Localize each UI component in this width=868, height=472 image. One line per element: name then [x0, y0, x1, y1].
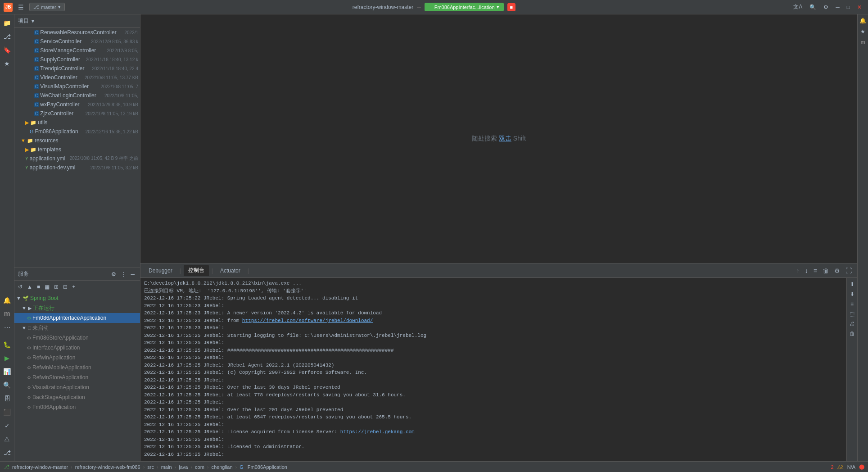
tree-item-templates[interactable]: ▶ 📁 templates [14, 145, 140, 154]
tree-meta: 2022/10/8 11:05, 13.19 kB [86, 111, 138, 116]
tree-item-wxpaycontroller[interactable]: C wxPayController 2022/10/29 8:38, 10.9 … [14, 100, 140, 109]
stop-button[interactable]: ■ [507, 3, 516, 11]
tree-item-supplycontroller[interactable]: C SupplyController 2022/11/18 18:40, 13.… [14, 55, 140, 64]
sidebar-icon-problems[interactable]: ⚠ [1, 433, 14, 445]
svc-item-refwinstore[interactable]: ⚙ RefwinStoreApplication [14, 372, 140, 382]
svc-item-visualization[interactable]: ⚙ VisualizationApplication [14, 382, 140, 392]
run-all-btn[interactable]: ▲ [25, 283, 34, 291]
tree-item-utils[interactable]: ▶ 📁 utils [14, 118, 140, 127]
right-icon-m[interactable]: m [859, 38, 868, 47]
svc-item-fm086store[interactable]: ⚙ Fm086StoreApplication [14, 333, 140, 343]
sidebar-icon-bookmark[interactable]: ★ [1, 57, 14, 70]
settings-btn[interactable]: ⚙ [832, 266, 842, 275]
svc-item-refwin[interactable]: ⚙ RefwinApplication [14, 353, 140, 363]
clear-btn[interactable]: 🗑 [821, 266, 831, 275]
svc-label: RefwinStoreApplication [32, 374, 138, 381]
svc-item-backstage[interactable]: ⚙ BackStageApplication [14, 392, 140, 402]
maximize-btn[interactable]: ⛶ [844, 266, 854, 275]
tree-item-videocontroller[interactable]: C VideoController 2022/10/8 11:05, 13.77… [14, 73, 140, 82]
tree-item-application-yml[interactable]: Y application.yml 2022/10/8 11:05, 42 B … [14, 154, 140, 163]
sidebar-icon-terminal[interactable]: ⬛ [1, 406, 14, 418]
more-btn[interactable]: ⋮ [119, 270, 128, 278]
tab-actuator[interactable]: Actuator [216, 266, 245, 276]
scroll-down-btn[interactable]: ↓ [803, 266, 810, 275]
sidebar-icon-more[interactable]: ⋯ [1, 321, 14, 334]
hamburger-menu-button[interactable]: ☰ [16, 3, 26, 12]
group-btn[interactable]: ⊞ [52, 283, 60, 291]
right-sidebar: 🔔 ★ m [857, 14, 868, 461]
trash-btn[interactable]: 🗑 [848, 329, 857, 338]
sidebar-icon-debug[interactable]: 🐛 [1, 338, 14, 351]
sidebar-icon-find[interactable]: 🔖 [1, 44, 14, 56]
sidebar-icon-run-services[interactable]: ▶ [1, 352, 14, 364]
settings-btn[interactable]: ⚙ [109, 270, 118, 278]
tree-item-application-dev-yml[interactable]: Y application-dev.yml 2022/10/8 11:05, 3… [14, 163, 140, 172]
sidebar-icon-git[interactable]: ⎇ [1, 30, 14, 43]
translate-icon[interactable]: 文A [791, 2, 805, 12]
svc-item-stopped-group[interactable]: ▼ □ 未启动 [14, 323, 140, 333]
minimize-button[interactable]: ─ [833, 3, 842, 11]
sidebar-icon-git-bottom[interactable]: 📊 [1, 365, 14, 378]
refresh-btn[interactable]: ↺ [16, 283, 24, 291]
svc-item-refwinmobile[interactable]: ⚙ RefwinMobileApplication [14, 363, 140, 372]
align-top-btn[interactable]: ≡ [848, 300, 857, 309]
jrebel-download-link[interactable]: https://jrebel.com/software/jrebel/downl… [242, 318, 373, 323]
tree-item-wechatlogincontroller[interactable]: C WeChatLoginController 2022/10/8 11:05, [14, 91, 140, 100]
maximize-button[interactable]: □ [844, 3, 853, 11]
sidebar-icon-notifications[interactable]: 🔔 [1, 294, 14, 307]
tree-item-servicecontroller[interactable]: C ServiceController 2022/12/9 8:05, 36.8… [14, 37, 140, 46]
print-btn[interactable]: 🖨 [848, 319, 857, 328]
sidebar-icon-todo[interactable]: ✓ [1, 419, 14, 432]
tab-debugger[interactable]: Debugger [144, 266, 177, 276]
double-click-hint[interactable]: 双击 [499, 135, 511, 142]
svc-item-interface[interactable]: ⚙ InterfaceApplication [14, 343, 140, 353]
controller-icon: C [34, 75, 39, 80]
right-icon-notifications[interactable]: 🔔 [859, 16, 868, 25]
run-configuration-button[interactable]: ▶ Fm086AppInterfac...lication ▾ [425, 3, 504, 11]
tree-item-fm086application[interactable]: G Fm086Application 2022/12/16 15:36, 1.2… [14, 127, 140, 136]
svc-label: VisualizationApplication [32, 384, 138, 390]
svc-item-springboot[interactable]: ▼ 🌱 Spring Boot [14, 293, 140, 303]
yaml-icon: Y [25, 165, 28, 170]
right-icon-bookmarks[interactable]: ★ [859, 27, 868, 36]
tree-item-visualmapcontroller[interactable]: C VisualMapController 2022/10/8 11:05, 7 [14, 82, 140, 91]
settings-button[interactable]: ⚙ [821, 3, 831, 11]
log-line: 2022-12-16 17:25:23 JRebel: [144, 324, 843, 332]
tree-meta: 2022/11/18 18:40, 13.12 k [86, 57, 138, 62]
branch-selector[interactable]: ⎇ master ▾ [29, 3, 65, 11]
branch-name: master [41, 5, 56, 10]
sidebar-icon-project[interactable]: 📁 [1, 17, 14, 29]
tree-item-resources[interactable]: ▼ 📁 resources [14, 136, 140, 145]
close-button[interactable]: ✕ [854, 3, 864, 11]
breadcrumb-com: com [195, 464, 204, 470]
scroll-top-btn[interactable]: ⬆ [848, 280, 857, 289]
services-header: 服务 ⚙ ⋮ ─ [14, 268, 140, 281]
tree-item-storemanagecontroller[interactable]: C StoreManageController 2022/12/9 8:05, [14, 46, 140, 55]
breadcrumb-module: refractory-window-web-fm086 [75, 464, 140, 470]
tab-console[interactable]: 控制台 [184, 265, 209, 276]
tree-item-trendpiccontroller[interactable]: C TrendpicController 2022/11/18 18:40, 2… [14, 64, 140, 73]
soft-wrap-btn[interactable]: ≡ [812, 266, 819, 275]
tree-item-zjzxcontroller[interactable]: C ZjzxController 2022/10/8 11:05, 13.19 … [14, 109, 140, 118]
sidebar-icon-m[interactable]: m [1, 308, 14, 320]
stop-all-btn[interactable]: ■ [35, 283, 42, 291]
scroll-up-btn[interactable]: ↑ [795, 266, 801, 275]
folder-icon: 📁 [30, 120, 36, 126]
collapse-btn[interactable]: ─ [129, 270, 136, 278]
align-center-btn[interactable]: ⬚ [848, 309, 857, 318]
expand-btn[interactable]: ⊟ [61, 283, 69, 291]
search-everywhere-button[interactable]: 🔍 [807, 3, 819, 11]
add-btn[interactable]: + [70, 283, 77, 291]
scroll-bottom-btn[interactable]: ⬇ [848, 290, 857, 299]
svc-item-running-group[interactable]: ▼ ▶ 正在运行 [14, 303, 140, 313]
svc-item-fm086app[interactable]: ⚙ Fm086Application [14, 402, 140, 412]
sidebar-icon-db[interactable]: 🗄 [1, 392, 14, 405]
panel-dropdown-icon[interactable]: ▾ [32, 18, 34, 24]
tree-item-renewableresourcescontroller[interactable]: C RenewableResourcesController 2022/1 [14, 28, 140, 37]
filter-btn[interactable]: ▦ [43, 283, 51, 291]
breadcrumb-main: main [161, 464, 172, 470]
svc-item-fm086appinterface[interactable]: ⚙ Fm086AppInterfaceApplication [14, 313, 140, 323]
sidebar-icon-search[interactable]: 🔍 [1, 379, 14, 391]
sidebar-icon-branch2[interactable]: ⎇ [1, 446, 14, 459]
jrebel-license-link[interactable]: https://jrebel.gekang.com [340, 429, 415, 435]
